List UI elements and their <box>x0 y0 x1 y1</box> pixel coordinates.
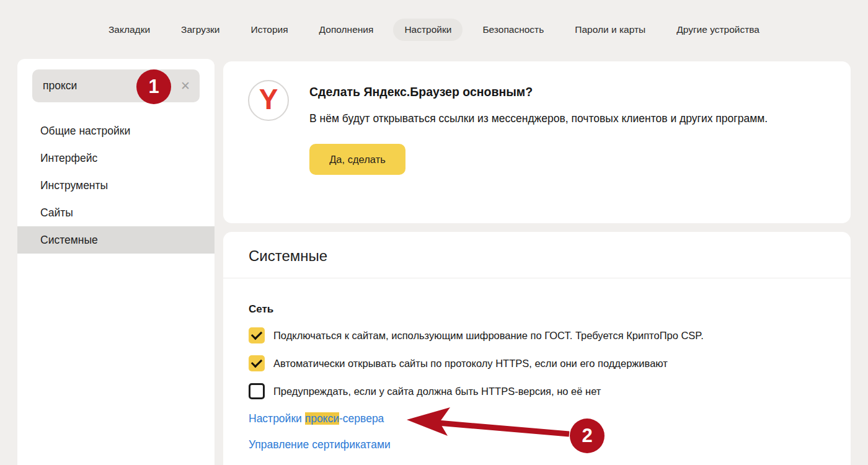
tab-extensions[interactable]: Дополнения <box>308 19 385 41</box>
section-divider <box>223 278 851 278</box>
tab-bookmarks[interactable]: Закладки <box>97 19 161 41</box>
settings-search-box[interactable]: ✕ <box>32 69 200 102</box>
proxy-settings-link[interactable]: Настройки прокси-сервера <box>249 412 384 425</box>
sidebar-item-general[interactable]: Общие настройки <box>17 117 215 144</box>
auto-https-checkbox[interactable] <box>249 355 265 371</box>
system-settings-card: Системные Сеть Подключаться к сайтам, ис… <box>223 232 851 465</box>
tab-history[interactable]: История <box>239 19 299 41</box>
gost-encryption-row: Подключаться к сайтам, использующим шифр… <box>249 327 826 343</box>
annotation-badge-1: 1 <box>136 69 171 104</box>
auto-https-row: Автоматически открывать сайты по протоко… <box>249 355 826 371</box>
gost-encryption-label: Подключаться к сайтам, использующим шифр… <box>273 330 704 342</box>
settings-top-nav: Закладки Загрузки История Дополнения Нас… <box>0 19 868 41</box>
sidebar-item-interface[interactable]: Интерфейс <box>17 144 215 172</box>
tab-passwords[interactable]: Пароли и карты <box>564 19 657 41</box>
proxy-link-highlight: прокси <box>305 412 339 425</box>
auto-https-label: Автоматически открывать сайты по протоко… <box>273 358 668 370</box>
tab-other-devices[interactable]: Другие устройства <box>665 19 771 41</box>
gost-encryption-checkbox[interactable] <box>249 327 265 343</box>
certificates-link[interactable]: Управление сертификатами <box>249 438 391 451</box>
search-input[interactable] <box>32 79 143 92</box>
yandex-y-glyph: Y <box>259 85 278 113</box>
https-warning-checkbox[interactable] <box>249 383 265 399</box>
default-browser-title: Сделать Яндекс.Браузер основным? <box>309 85 813 99</box>
annotation-badge-2: 2 <box>570 418 604 453</box>
default-browser-description: В нём будут открываться ссылки из мессен… <box>309 110 790 127</box>
proxy-link-prefix: Настройки <box>249 412 305 425</box>
https-warning-label: Предупреждать, если у сайта должна быть … <box>273 386 601 397</box>
sidebar-item-tools[interactable]: Инструменты <box>17 172 215 199</box>
sidebar-item-system[interactable]: Системные <box>17 226 215 254</box>
settings-sidebar: ✕ Общие настройки Интерфейс Инструменты … <box>17 59 215 465</box>
proxy-link-suffix: -сервера <box>339 412 384 425</box>
sidebar-item-sites[interactable]: Сайты <box>17 199 215 226</box>
make-default-button[interactable]: Да, сделать <box>309 144 405 175</box>
https-warning-row: Предупреждать, если у сайта должна быть … <box>249 383 826 399</box>
tab-downloads[interactable]: Загрузки <box>170 19 231 41</box>
tab-security[interactable]: Безопасность <box>471 19 555 41</box>
sidebar-menu: Общие настройки Интерфейс Инструменты Са… <box>17 117 215 254</box>
yandex-browser-logo-icon: Y <box>248 80 289 121</box>
default-browser-card: Y Сделать Яндекс.Браузер основным? В нём… <box>223 61 851 223</box>
system-section-title: Системные <box>223 232 851 265</box>
tab-settings[interactable]: Настройки <box>393 19 463 41</box>
network-subsection-title: Сеть <box>249 303 826 316</box>
